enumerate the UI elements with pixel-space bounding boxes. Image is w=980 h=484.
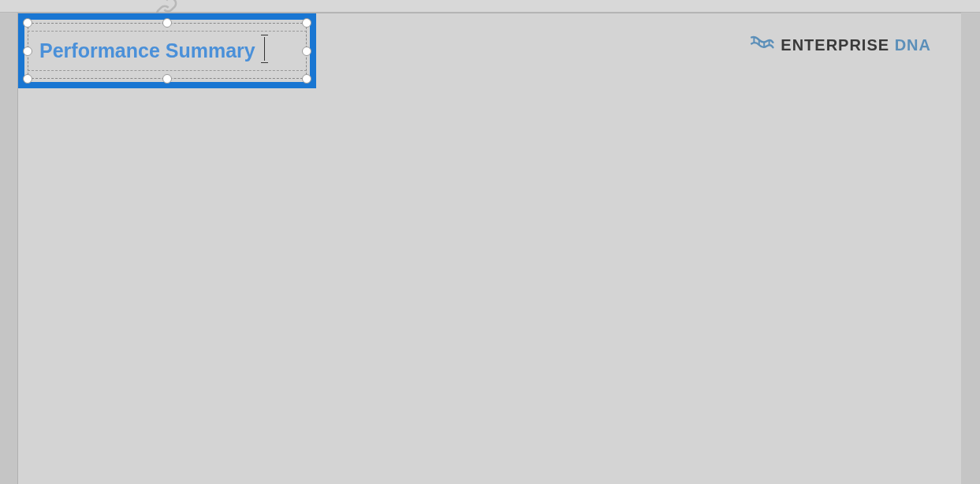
text-cursor xyxy=(264,37,265,61)
brand-logo-text: ENTERPRISE DNA xyxy=(781,36,931,54)
textbox-selection-frame[interactable]: Performance Summary xyxy=(18,13,316,88)
resize-handle-bottom-middle[interactable] xyxy=(162,74,172,84)
report-canvas[interactable]: Performance Summary ENTERPRISE DNA xyxy=(17,13,961,484)
resize-handle-top-right[interactable] xyxy=(302,18,311,28)
resize-handle-top-left[interactable] xyxy=(23,18,32,28)
textbox-visual[interactable]: Performance Summary xyxy=(24,20,310,82)
dna-helix-icon xyxy=(749,34,774,56)
resize-handle-bottom-right[interactable] xyxy=(302,74,311,84)
selection-guide-bottom xyxy=(28,70,307,71)
brand-logo: ENTERPRISE DNA xyxy=(749,34,931,56)
selection-guide-top xyxy=(28,31,307,32)
top-toolbar xyxy=(0,0,980,13)
textbox-title-text[interactable]: Performance Summary xyxy=(39,39,255,62)
resize-handle-bottom-left[interactable] xyxy=(23,74,32,84)
resize-handle-top-middle[interactable] xyxy=(162,18,172,28)
logo-dna-text: DNA xyxy=(895,36,931,54)
logo-enterprise-text: ENTERPRISE xyxy=(781,36,894,54)
resize-handle-middle-right[interactable] xyxy=(302,47,311,56)
resize-handle-middle-left[interactable] xyxy=(23,47,32,56)
